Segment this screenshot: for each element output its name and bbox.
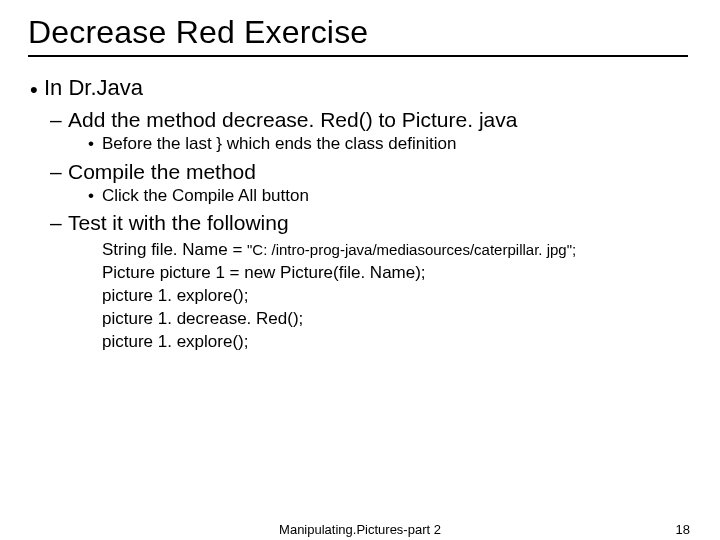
code-line: picture 1. decrease. Red(); [102, 308, 692, 331]
dot-bullet-icon: • [88, 134, 102, 154]
bullet-level2: –Add the method decrease. Red() to Pictu… [68, 108, 692, 132]
page-number: 18 [676, 522, 690, 537]
bullet-level3: •Before the last } which ends the class … [102, 134, 692, 154]
dot-bullet-icon: • [88, 186, 102, 206]
bullet-level2: –Test it with the following [68, 211, 692, 235]
disc-bullet-icon: • [30, 77, 44, 102]
title-underline [28, 55, 688, 57]
sub1-text: Add the method decrease. Red() to Pictur… [68, 108, 517, 131]
code-line: picture 1. explore(); [102, 331, 692, 354]
code-line: String file. Name = "C: /intro-prog-java… [102, 239, 692, 262]
code-line: Picture picture 1 = new Picture(file. Na… [102, 262, 692, 285]
dash-bullet-icon: – [50, 108, 68, 132]
footer-center-text: Manipulating.Pictures-part 2 [279, 522, 441, 537]
dash-bullet-icon: – [50, 160, 68, 184]
sub1-detail-text: Before the last } which ends the class d… [102, 134, 456, 153]
bullet-level1: •In Dr.Java [28, 75, 692, 102]
bullet-level3: •Click the Compile All button [102, 186, 692, 206]
code-line: picture 1. explore(); [102, 285, 692, 308]
code-l1b: "C: /intro-prog-java/mediasources/caterp… [247, 241, 576, 258]
dash-bullet-icon: – [50, 211, 68, 235]
slide-title: Decrease Red Exercise [28, 14, 692, 51]
sub2-text: Compile the method [68, 160, 256, 183]
code-block: String file. Name = "C: /intro-prog-java… [102, 239, 692, 354]
bullet-level2: –Compile the method [68, 160, 692, 184]
bullet1-text: In Dr.Java [44, 75, 143, 100]
sub2-detail-text: Click the Compile All button [102, 186, 309, 205]
slide: Decrease Red Exercise •In Dr.Java –Add t… [0, 0, 720, 540]
sub3-text: Test it with the following [68, 211, 289, 234]
code-l1a: String file. Name = [102, 240, 247, 259]
slide-content: •In Dr.Java –Add the method decrease. Re… [28, 75, 692, 354]
